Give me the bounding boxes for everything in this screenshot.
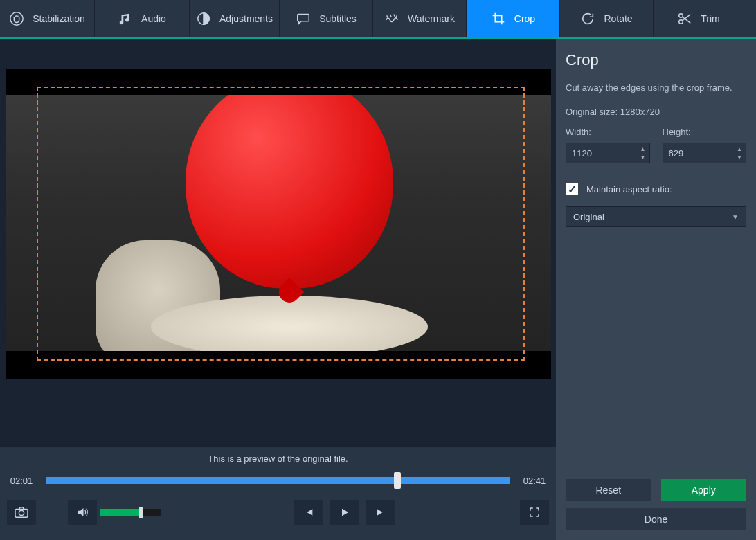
- hand-icon: [9, 11, 24, 26]
- chevron-down-icon: ▼: [735, 153, 744, 161]
- tab-label: Subtitles: [319, 13, 357, 24]
- svg-point-3: [679, 20, 683, 24]
- tab-audio[interactable]: Audio: [95, 0, 190, 37]
- svg-point-0: [10, 12, 23, 25]
- toolbar: Stabilization Audio Adjustments Subtitle…: [0, 0, 756, 39]
- chevron-down-icon: ▼: [638, 153, 648, 161]
- crop-panel: Crop Cut away the edges using the crop f…: [556, 39, 756, 540]
- original-size-label: Original size: 1280x720: [566, 107, 746, 117]
- time-total: 02:41: [520, 476, 549, 486]
- tab-label: Watermark: [408, 13, 455, 24]
- maintain-aspect-checkbox[interactable]: ✓: [566, 183, 578, 195]
- preview-label: This is a preview of the original file.: [7, 453, 549, 464]
- video-canvas[interactable]: [6, 69, 551, 379]
- tab-rotate[interactable]: Rotate: [560, 0, 654, 37]
- watermark-icon: [384, 11, 399, 26]
- done-button[interactable]: Done: [566, 508, 746, 530]
- rotate-icon: [580, 11, 595, 26]
- play-button[interactable]: [330, 500, 359, 525]
- svg-point-5: [19, 510, 24, 515]
- apply-button[interactable]: Apply: [661, 479, 747, 501]
- tab-crop[interactable]: Crop: [467, 0, 560, 37]
- music-icon: [118, 11, 133, 26]
- reset-button[interactable]: Reset: [566, 479, 651, 501]
- volume-button[interactable]: [68, 500, 97, 525]
- chevron-down-icon: ▼: [732, 213, 739, 221]
- aspect-ratio-value: Original: [573, 212, 732, 222]
- width-spinner[interactable]: ▲▼: [638, 145, 648, 161]
- tab-label: Crop: [514, 13, 535, 24]
- height-input[interactable]: [663, 143, 747, 163]
- crop-frame[interactable]: [37, 87, 525, 361]
- speech-icon: [296, 11, 311, 26]
- tab-adjustments[interactable]: Adjustments: [190, 0, 280, 37]
- preview-area: [0, 39, 556, 447]
- playback-controls: This is a preview of the original file. …: [0, 447, 556, 540]
- maintain-aspect-label: Maintain aspect ratio:: [586, 184, 672, 195]
- timeline[interactable]: [46, 474, 510, 487]
- fullscreen-button[interactable]: [520, 500, 549, 525]
- width-label: Width:: [566, 127, 650, 137]
- chevron-up-icon: ▲: [638, 145, 648, 153]
- aspect-ratio-select[interactable]: Original ▼: [566, 206, 746, 227]
- tab-watermark[interactable]: Watermark: [373, 0, 467, 37]
- height-label: Height:: [663, 127, 747, 137]
- chevron-up-icon: ▲: [735, 145, 744, 153]
- tab-label: Stabilization: [33, 13, 85, 24]
- panel-description: Cut away the edges using the crop frame.: [566, 82, 746, 94]
- tab-label: Rotate: [604, 13, 632, 24]
- width-input[interactable]: [566, 143, 650, 163]
- tab-label: Audio: [141, 13, 166, 24]
- playhead[interactable]: [394, 472, 401, 489]
- time-current: 02:01: [7, 476, 36, 486]
- crop-icon: [491, 11, 506, 26]
- panel-title: Crop: [566, 51, 746, 69]
- svg-point-2: [679, 14, 683, 18]
- tab-trim[interactable]: Trim: [654, 0, 744, 37]
- tab-label: Adjustments: [219, 13, 273, 24]
- height-spinner[interactable]: ▲▼: [735, 145, 744, 161]
- next-button[interactable]: [366, 500, 395, 525]
- contrast-icon: [196, 11, 211, 26]
- tab-stabilization[interactable]: Stabilization: [0, 0, 95, 37]
- tab-subtitles[interactable]: Subtitles: [280, 0, 373, 37]
- scissors-icon: [677, 11, 692, 26]
- snapshot-button[interactable]: [7, 500, 36, 525]
- prev-button[interactable]: [294, 500, 323, 525]
- tab-label: Trim: [701, 13, 719, 24]
- volume-slider[interactable]: [100, 509, 161, 516]
